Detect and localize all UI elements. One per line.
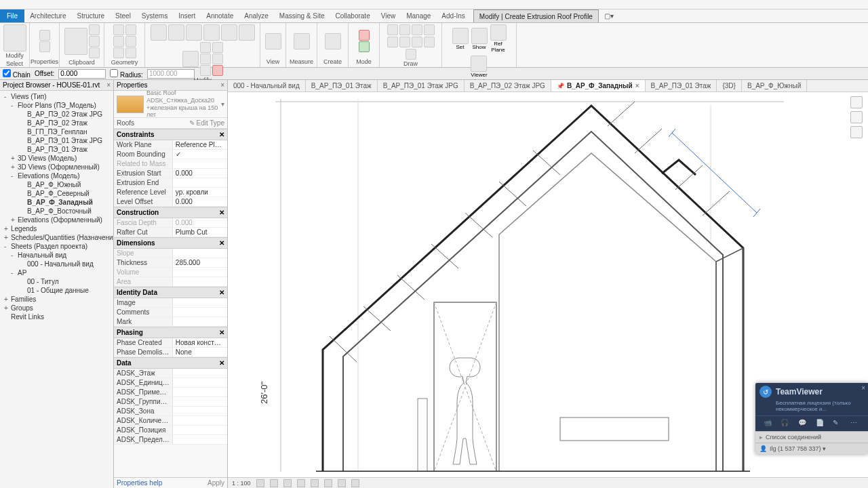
tab-addins[interactable]: Add-Ins xyxy=(436,9,470,22)
create-icon[interactable] xyxy=(325,33,341,49)
property-row[interactable]: Image xyxy=(114,298,227,308)
property-row[interactable]: ADSK_Зона xyxy=(114,407,227,416)
document-tab[interactable]: В_АР_ПЭ_01 Этаж xyxy=(306,80,378,92)
radius-checkbox[interactable]: Radius: xyxy=(110,69,143,79)
document-tab[interactable]: В_АР_ПЭ_01 Этаж xyxy=(646,80,717,92)
view-control-bar[interactable]: 1 : 100 xyxy=(228,477,868,488)
property-row[interactable]: Volume xyxy=(114,268,227,277)
property-row[interactable]: ADSK_Примечание xyxy=(114,388,227,397)
tree-node[interactable]: +Schedules/Quantities (Назначение вид xyxy=(1,233,112,242)
rotate-icon[interactable] xyxy=(239,24,255,41)
tree-node[interactable]: В_АР_ПЭ_01 Этаж JPG xyxy=(1,136,112,145)
property-row[interactable]: ADSK_Предел огн... xyxy=(114,435,227,445)
join-icon[interactable] xyxy=(113,47,124,58)
tab-insert[interactable]: Insert xyxy=(173,9,201,22)
property-group-header[interactable]: Dimensions✕ xyxy=(114,237,227,249)
tab-manage[interactable]: Manage xyxy=(401,9,436,22)
view-icon[interactable] xyxy=(265,33,281,49)
move-icon[interactable] xyxy=(203,24,220,41)
tree-node[interactable]: Revit Links xyxy=(1,312,112,321)
crop-icon[interactable] xyxy=(311,479,319,487)
navwheel-icon[interactable] xyxy=(850,96,863,108)
tree-node[interactable]: В_АР_ПЭ_02 Этаж JPG xyxy=(1,110,112,119)
trim-icon[interactable] xyxy=(182,51,199,67)
rect-icon[interactable] xyxy=(399,24,410,35)
property-row[interactable]: Fascia Depth0.000 xyxy=(114,218,227,228)
spline-icon[interactable] xyxy=(412,37,422,47)
tree-node[interactable]: +3D Views (Модель) xyxy=(1,154,112,163)
unpin-icon[interactable] xyxy=(212,54,223,64)
teamviewer-user[interactable]: Ilg (1 537 758 337) ▾ xyxy=(770,445,826,452)
tree-node[interactable]: -Floor Plans (ПЭ_Модель) xyxy=(1,101,112,110)
document-tab[interactable]: В_АР_Ф_Южный xyxy=(742,80,807,92)
tab-massing[interactable]: Massing & Site xyxy=(274,9,330,22)
tree-node[interactable]: 00 - Титул xyxy=(1,277,112,286)
property-group-header[interactable]: Phasing✕ xyxy=(114,327,227,338)
chain-checkbox[interactable]: Chain xyxy=(3,69,31,79)
tree-node[interactable]: +Families xyxy=(1,295,112,304)
scale-icon[interactable] xyxy=(200,65,211,76)
shadows-icon[interactable] xyxy=(297,479,305,487)
property-group-header[interactable]: Data✕ xyxy=(114,357,227,369)
property-group-header[interactable]: Constraints✕ xyxy=(114,129,227,140)
teamviewer-toolbar[interactable]: 📹 🎧 💬 📄 ✎ ⋯ xyxy=(755,415,868,431)
ref-plane-icon[interactable] xyxy=(490,24,507,41)
copy2-icon[interactable] xyxy=(221,24,237,41)
tree-node[interactable]: -АР xyxy=(1,268,112,277)
property-row[interactable]: Phase CreatedНовая конструкция xyxy=(114,338,227,348)
tree-node[interactable]: -Начальный вид xyxy=(1,251,112,260)
property-row[interactable]: Extrusion End xyxy=(114,178,227,188)
tab-analyze[interactable]: Analyze xyxy=(239,9,274,22)
measure-icon[interactable] xyxy=(294,33,310,49)
property-row[interactable]: Mark xyxy=(114,317,227,327)
tv-board-icon[interactable]: ✎ xyxy=(833,419,842,428)
property-row[interactable]: Area xyxy=(114,277,227,287)
arc-icon[interactable] xyxy=(387,37,398,47)
poly-icon[interactable] xyxy=(412,24,422,35)
pick-icon[interactable] xyxy=(406,49,416,60)
property-row[interactable]: ADSK_Единица из... xyxy=(114,378,227,388)
tree-node[interactable]: -Views (Тип) xyxy=(1,92,112,101)
tree-node[interactable]: В_АР_ПЭ_02 Этаж xyxy=(1,119,112,127)
document-tab[interactable]: {3D} xyxy=(717,80,741,92)
property-row[interactable]: ADSK_Позиция xyxy=(114,426,227,435)
tv-audio-icon[interactable]: 🎧 xyxy=(781,419,790,428)
property-group-header[interactable]: Construction✕ xyxy=(114,207,227,218)
geom-a-icon[interactable] xyxy=(125,24,136,35)
property-row[interactable]: ADSK_Количество xyxy=(114,416,227,426)
tab-panel-toggle[interactable]: ▢▾ xyxy=(599,9,619,22)
zoom-icon[interactable] xyxy=(850,111,863,123)
tab-collaborate[interactable]: Collaborate xyxy=(330,9,376,22)
tree-node[interactable]: 000 - Начальный вид xyxy=(1,260,112,268)
cope-icon[interactable] xyxy=(113,24,124,35)
tree-node[interactable]: В_АР_Ф_Западный xyxy=(1,198,112,207)
viewer-plane-icon[interactable] xyxy=(471,56,487,72)
tree-node[interactable]: В_АР_Ф_Восточный xyxy=(1,207,112,216)
delete-icon[interactable] xyxy=(212,65,223,76)
document-tab[interactable]: В_АР_ПЭ_02 Этаж JPG xyxy=(465,80,551,92)
close-icon[interactable]: × xyxy=(220,81,224,89)
finish-mode-icon[interactable] xyxy=(359,41,370,52)
tab-structure[interactable]: Structure xyxy=(71,9,110,22)
type-props-icon[interactable] xyxy=(39,41,50,52)
property-row[interactable]: Reference Levelур. кровли xyxy=(114,188,227,197)
tv-file-icon[interactable]: 📄 xyxy=(816,419,825,428)
property-row[interactable]: Slope xyxy=(114,249,227,258)
property-row[interactable]: Rafter CutPlumb Cut xyxy=(114,228,227,237)
copy-icon[interactable] xyxy=(89,36,100,47)
circle-icon[interactable] xyxy=(424,24,435,35)
apply-button[interactable]: Apply xyxy=(208,479,224,487)
reveal-icon[interactable] xyxy=(351,479,359,487)
navigation-bar[interactable] xyxy=(850,96,864,150)
offset-input[interactable] xyxy=(58,69,106,79)
tree-node[interactable]: -Sheets (Раздел проекта) xyxy=(1,242,112,251)
split-icon[interactable] xyxy=(200,42,211,53)
category-filter[interactable]: Roofs xyxy=(117,119,134,127)
visual-style-icon[interactable] xyxy=(270,479,278,487)
property-row[interactable]: Comments xyxy=(114,308,227,317)
tv-more-icon[interactable]: ⋯ xyxy=(850,419,860,428)
property-row[interactable]: Thickness285.000 xyxy=(114,258,227,268)
tree-node[interactable]: В_АР_Ф_Северный xyxy=(1,189,112,198)
property-row[interactable]: Room Bounding✓ xyxy=(114,150,227,159)
close-icon[interactable]: × xyxy=(635,82,639,89)
